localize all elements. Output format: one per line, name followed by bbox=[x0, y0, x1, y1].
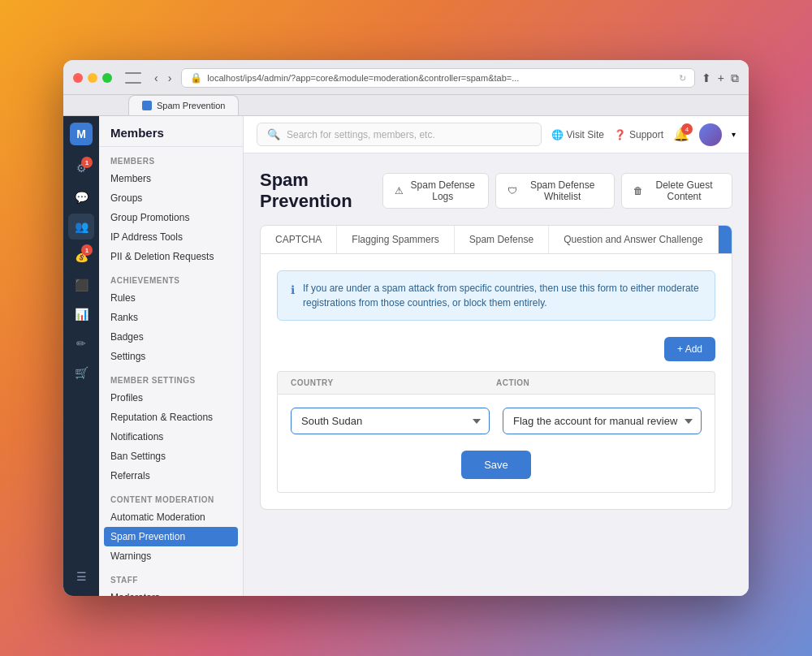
tab-geolocation-settings[interactable]: GeoLocation Settings bbox=[719, 226, 732, 253]
spam-defense-logs-button[interactable]: ⚠ Spam Defense Logs bbox=[382, 173, 489, 209]
search-box[interactable]: 🔍 Search for settings, members, etc. bbox=[257, 123, 542, 146]
save-button[interactable]: Save bbox=[461, 451, 531, 479]
action-column-header: ACTION bbox=[496, 378, 702, 387]
delete-guest-content-button[interactable]: 🗑 Delete Guest Content bbox=[621, 173, 732, 209]
table-header: COUNTRY ACTION bbox=[277, 371, 715, 395]
close-button[interactable] bbox=[73, 73, 83, 83]
page-title: Spam Prevention bbox=[260, 170, 382, 212]
tab-flagging-spammers[interactable]: Flagging Spammers bbox=[337, 226, 454, 253]
section-label-achievements: ACHIEVEMENTS bbox=[99, 266, 243, 288]
top-bar-actions: 🌐 Visit Site ❓ Support 🔔 4 ▾ bbox=[551, 123, 736, 146]
tabs-overview-icon[interactable]: ⧉ bbox=[731, 71, 739, 85]
tab-captcha[interactable]: CAPTCHA bbox=[261, 226, 337, 253]
save-row: Save bbox=[291, 451, 702, 479]
refresh-icon[interactable]: ↻ bbox=[679, 73, 686, 84]
active-browser-tab[interactable]: Spam Prevention bbox=[128, 95, 239, 115]
tab-title: Spam Prevention bbox=[157, 101, 225, 110]
notification-button[interactable]: 🔔 4 bbox=[673, 127, 689, 142]
icon-sidebar: M ⚙ 1 💬 👥 💰 1 ⬛ 📊 ✏ bbox=[63, 116, 99, 596]
sidebar-item-badges[interactable]: Badges bbox=[99, 327, 243, 347]
form-header-row: + Add bbox=[277, 337, 715, 361]
sidebar-icon-apps[interactable]: ⬛ bbox=[68, 272, 94, 298]
sidebar-icon-settings[interactable]: ⚙ 1 bbox=[68, 155, 94, 181]
sidebar-item-group-promotions[interactable]: Group Promotions bbox=[99, 208, 243, 227]
action-select[interactable]: Flag the account for manual review Block… bbox=[503, 408, 702, 434]
external-link-icon: 🌐 bbox=[551, 129, 564, 140]
tab-question-answer[interactable]: Question and Answer Challenge bbox=[549, 226, 718, 253]
back-button[interactable]: ‹ bbox=[151, 70, 162, 86]
section-label-members: MEMBERS bbox=[99, 147, 243, 169]
new-tab-icon[interactable]: + bbox=[718, 71, 724, 84]
chat-icon: 💬 bbox=[75, 191, 89, 204]
search-icon: 🔍 bbox=[267, 128, 280, 140]
sidebar-item-reputation[interactable]: Reputation & Reactions bbox=[99, 408, 243, 427]
users-icon: 👥 bbox=[75, 220, 89, 233]
trash-icon: 🗑 bbox=[633, 185, 643, 196]
menu-icon: ☰ bbox=[76, 570, 87, 583]
avatar[interactable] bbox=[699, 123, 722, 146]
page-title-row: Spam Prevention ⚠ Spam Defense Logs 🛡 Sp… bbox=[260, 170, 732, 212]
info-banner-text: If you are under a spam attack from spec… bbox=[303, 281, 702, 310]
sidebar-icon-users[interactable]: 👥 bbox=[68, 214, 94, 240]
support-button[interactable]: ❓ Support bbox=[614, 129, 663, 140]
edit-icon: ✏ bbox=[76, 337, 86, 350]
sidebar-item-settings[interactable]: Settings bbox=[99, 347, 243, 366]
sidebar-item-notifications[interactable]: Notifications bbox=[99, 427, 243, 447]
sidebar-item-ranks[interactable]: Ranks bbox=[99, 308, 243, 327]
info-banner: ℹ If you are under a spam attack from sp… bbox=[277, 270, 715, 321]
sidebar-icon-chat[interactable]: 💬 bbox=[68, 184, 94, 210]
notification-badge: 4 bbox=[681, 123, 693, 135]
sidebar-item-moderators[interactable]: Moderators bbox=[99, 588, 243, 596]
nav-arrows: ‹ › bbox=[151, 70, 175, 86]
warning-icon: ⚠ bbox=[395, 185, 404, 196]
browser-actions: ⬆ + ⧉ bbox=[702, 71, 739, 85]
sidebar-item-referrals[interactable]: Referrals bbox=[99, 466, 243, 486]
apps-icon: ⬛ bbox=[75, 278, 89, 291]
content-panel: ℹ If you are under a spam attack from sp… bbox=[260, 254, 732, 510]
minimize-button[interactable] bbox=[88, 73, 97, 83]
lock-icon: 🔒 bbox=[190, 72, 202, 84]
tab-favicon bbox=[142, 101, 152, 110]
sidebar-item-profiles[interactable]: Profiles bbox=[99, 388, 243, 408]
forward-button[interactable]: › bbox=[165, 70, 175, 86]
sidebar-icon-menu[interactable]: ☰ bbox=[68, 563, 94, 589]
sidebar-item-pii[interactable]: PII & Deletion Requests bbox=[99, 247, 243, 266]
sidebar-item-warnings[interactable]: Warnings bbox=[99, 546, 243, 566]
sidebar-icon-edit[interactable]: ✏ bbox=[68, 330, 94, 356]
url-text: localhost/ips4/admin/?app=core&module=mo… bbox=[207, 73, 673, 83]
sidebar-item-members[interactable]: Members bbox=[99, 169, 243, 188]
info-icon: ℹ bbox=[291, 282, 295, 299]
sidebar-item-ip-address-tools[interactable]: IP Address Tools bbox=[99, 227, 243, 247]
visit-site-button[interactable]: 🌐 Visit Site bbox=[551, 129, 604, 140]
settings-badge: 1 bbox=[81, 157, 93, 168]
sidebar-item-rules[interactable]: Rules bbox=[99, 288, 243, 308]
sidebar-icon-money[interactable]: 💰 1 bbox=[68, 243, 94, 269]
sidebar-item-ban-settings[interactable]: Ban Settings bbox=[99, 447, 243, 466]
sidebar-item-groups[interactable]: Groups bbox=[99, 188, 243, 208]
url-bar[interactable]: 🔒 localhost/ips4/admin/?app=core&module=… bbox=[181, 68, 694, 88]
traffic-lights bbox=[73, 73, 112, 83]
sidebar-header: Members bbox=[99, 116, 243, 147]
chart-icon: 📊 bbox=[75, 308, 89, 321]
spam-defense-whitelist-button[interactable]: 🛡 Spam Defense Whitelist bbox=[495, 173, 615, 209]
app-logo[interactable]: M bbox=[70, 123, 93, 145]
sidebar-icon-chart[interactable]: 📊 bbox=[68, 301, 94, 327]
store-icon: 🛒 bbox=[75, 366, 89, 379]
add-button[interactable]: + Add bbox=[664, 337, 715, 361]
maximize-button[interactable] bbox=[102, 73, 112, 83]
main-content: 🔍 Search for settings, members, etc. 🌐 V… bbox=[244, 116, 749, 596]
sidebar-toggle-icon[interactable] bbox=[125, 72, 141, 84]
table-row: South Sudan Afghanistan Albania Algeria … bbox=[291, 408, 702, 434]
app-layout: M ⚙ 1 💬 👥 💰 1 ⬛ 📊 ✏ bbox=[63, 116, 749, 596]
tab-spam-defense[interactable]: Spam Defense bbox=[455, 226, 549, 253]
share-icon[interactable]: ⬆ bbox=[702, 71, 711, 84]
sidebar-item-spam-prevention[interactable]: Spam Prevention bbox=[104, 527, 238, 546]
table-body: South Sudan Afghanistan Albania Algeria … bbox=[277, 395, 715, 493]
country-select[interactable]: South Sudan Afghanistan Albania Algeria … bbox=[291, 408, 490, 434]
question-icon: ❓ bbox=[614, 129, 626, 140]
sidebar-item-automatic-moderation[interactable]: Automatic Moderation bbox=[99, 507, 243, 527]
chevron-down-icon[interactable]: ▾ bbox=[732, 130, 736, 139]
tabs-bar: CAPTCHA Flagging Spammers Spam Defense Q… bbox=[260, 225, 732, 254]
nav-sidebar: Members MEMBERS Members Groups Group Pro… bbox=[99, 116, 244, 596]
sidebar-icon-store[interactable]: 🛒 bbox=[68, 360, 94, 386]
